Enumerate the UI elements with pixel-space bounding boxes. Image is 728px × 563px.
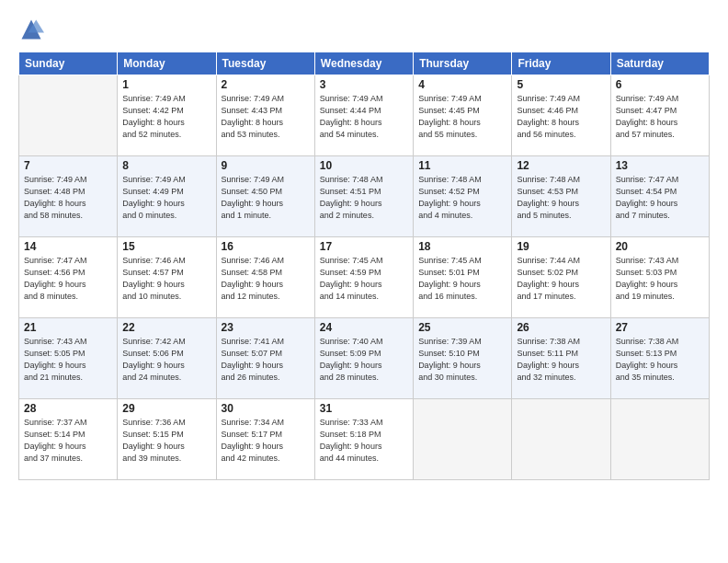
day-number: 12	[517, 159, 605, 172]
calendar: SundayMondayTuesdayWednesdayThursdayFrid…	[18, 52, 710, 480]
day-cell: 14Sunrise: 7:47 AM Sunset: 4:56 PM Dayli…	[19, 237, 118, 318]
day-cell: 1Sunrise: 7:49 AM Sunset: 4:42 PM Daylig…	[118, 75, 216, 156]
day-number: 3	[320, 78, 408, 91]
day-cell: 13Sunrise: 7:47 AM Sunset: 4:54 PM Dayli…	[610, 156, 709, 237]
day-cell: 15Sunrise: 7:46 AM Sunset: 4:57 PM Dayli…	[118, 237, 216, 318]
day-cell: 19Sunrise: 7:44 AM Sunset: 5:02 PM Dayli…	[512, 237, 610, 318]
day-number: 26	[517, 321, 605, 334]
day-info: Sunrise: 7:49 AM Sunset: 4:42 PM Dayligh…	[122, 93, 210, 141]
day-cell: 10Sunrise: 7:48 AM Sunset: 4:51 PM Dayli…	[314, 156, 413, 237]
day-number: 15	[122, 240, 210, 253]
day-cell: 5Sunrise: 7:49 AM Sunset: 4:46 PM Daylig…	[512, 75, 610, 156]
day-info: Sunrise: 7:47 AM Sunset: 4:54 PM Dayligh…	[616, 174, 704, 222]
day-header-friday: Friday	[512, 52, 610, 75]
day-header-monday: Monday	[118, 52, 216, 75]
day-header-tuesday: Tuesday	[216, 52, 314, 75]
day-info: Sunrise: 7:49 AM Sunset: 4:49 PM Dayligh…	[122, 174, 210, 222]
day-info: Sunrise: 7:36 AM Sunset: 5:15 PM Dayligh…	[122, 417, 210, 465]
day-cell: 8Sunrise: 7:49 AM Sunset: 4:49 PM Daylig…	[118, 156, 216, 237]
day-info: Sunrise: 7:45 AM Sunset: 5:01 PM Dayligh…	[418, 255, 506, 303]
day-cell: 4Sunrise: 7:49 AM Sunset: 4:45 PM Daylig…	[414, 75, 512, 156]
day-cell	[19, 75, 118, 156]
week-row-4: 21Sunrise: 7:43 AM Sunset: 5:05 PM Dayli…	[19, 318, 710, 399]
day-cell: 24Sunrise: 7:40 AM Sunset: 5:09 PM Dayli…	[314, 318, 413, 399]
day-number: 5	[517, 78, 605, 91]
day-number: 17	[320, 240, 408, 253]
day-header-wednesday: Wednesday	[314, 52, 413, 75]
day-number: 21	[24, 321, 112, 334]
day-cell: 30Sunrise: 7:34 AM Sunset: 5:17 PM Dayli…	[216, 399, 314, 480]
week-row-3: 14Sunrise: 7:47 AM Sunset: 4:56 PM Dayli…	[19, 237, 710, 318]
day-info: Sunrise: 7:43 AM Sunset: 5:05 PM Dayligh…	[24, 336, 112, 384]
days-of-week-row: SundayMondayTuesdayWednesdayThursdayFrid…	[19, 52, 710, 75]
day-info: Sunrise: 7:48 AM Sunset: 4:53 PM Dayligh…	[517, 174, 605, 222]
page: SundayMondayTuesdayWednesdayThursdayFrid…	[0, 0, 728, 563]
day-number: 1	[122, 78, 210, 91]
day-number: 19	[517, 240, 605, 253]
day-number: 2	[222, 78, 310, 91]
day-cell: 26Sunrise: 7:38 AM Sunset: 5:11 PM Dayli…	[512, 318, 610, 399]
general-blue-logo-icon	[18, 17, 44, 42]
day-number: 23	[222, 321, 310, 334]
day-cell	[512, 399, 610, 480]
day-cell: 18Sunrise: 7:45 AM Sunset: 5:01 PM Dayli…	[414, 237, 512, 318]
day-cell	[414, 399, 512, 480]
day-info: Sunrise: 7:49 AM Sunset: 4:48 PM Dayligh…	[24, 174, 112, 222]
day-cell: 3Sunrise: 7:49 AM Sunset: 4:44 PM Daylig…	[314, 75, 413, 156]
day-info: Sunrise: 7:41 AM Sunset: 5:07 PM Dayligh…	[222, 336, 310, 384]
day-info: Sunrise: 7:48 AM Sunset: 4:51 PM Dayligh…	[320, 174, 408, 222]
day-number: 13	[616, 159, 704, 172]
week-row-2: 7Sunrise: 7:49 AM Sunset: 4:48 PM Daylig…	[19, 156, 710, 237]
day-number: 25	[418, 321, 506, 334]
day-info: Sunrise: 7:42 AM Sunset: 5:06 PM Dayligh…	[122, 336, 210, 384]
day-header-sunday: Sunday	[19, 52, 118, 75]
day-info: Sunrise: 7:49 AM Sunset: 4:46 PM Dayligh…	[517, 93, 605, 141]
day-cell: 12Sunrise: 7:48 AM Sunset: 4:53 PM Dayli…	[512, 156, 610, 237]
day-number: 9	[222, 159, 310, 172]
day-number: 18	[418, 240, 506, 253]
day-number: 10	[320, 159, 408, 172]
day-header-thursday: Thursday	[414, 52, 512, 75]
day-cell: 28Sunrise: 7:37 AM Sunset: 5:14 PM Dayli…	[19, 399, 118, 480]
day-info: Sunrise: 7:38 AM Sunset: 5:11 PM Dayligh…	[517, 336, 605, 384]
day-info: Sunrise: 7:49 AM Sunset: 4:43 PM Dayligh…	[222, 93, 310, 141]
day-info: Sunrise: 7:37 AM Sunset: 5:14 PM Dayligh…	[24, 417, 112, 465]
day-number: 27	[616, 321, 704, 334]
day-cell: 22Sunrise: 7:42 AM Sunset: 5:06 PM Dayli…	[118, 318, 216, 399]
day-info: Sunrise: 7:46 AM Sunset: 4:58 PM Dayligh…	[222, 255, 310, 303]
day-info: Sunrise: 7:48 AM Sunset: 4:52 PM Dayligh…	[418, 174, 506, 222]
calendar-header: SundayMondayTuesdayWednesdayThursdayFrid…	[19, 52, 710, 75]
day-cell: 17Sunrise: 7:45 AM Sunset: 4:59 PM Dayli…	[314, 237, 413, 318]
header	[18, 17, 710, 42]
day-number: 11	[418, 159, 506, 172]
week-row-5: 28Sunrise: 7:37 AM Sunset: 5:14 PM Dayli…	[19, 399, 710, 480]
day-cell: 11Sunrise: 7:48 AM Sunset: 4:52 PM Dayli…	[414, 156, 512, 237]
day-info: Sunrise: 7:44 AM Sunset: 5:02 PM Dayligh…	[517, 255, 605, 303]
day-number: 31	[320, 402, 408, 415]
day-info: Sunrise: 7:46 AM Sunset: 4:57 PM Dayligh…	[122, 255, 210, 303]
day-number: 30	[222, 402, 310, 415]
calendar-body: 1Sunrise: 7:49 AM Sunset: 4:42 PM Daylig…	[19, 75, 710, 480]
logo	[18, 17, 48, 42]
day-info: Sunrise: 7:38 AM Sunset: 5:13 PM Dayligh…	[616, 336, 704, 384]
day-cell: 6Sunrise: 7:49 AM Sunset: 4:47 PM Daylig…	[610, 75, 709, 156]
day-cell: 20Sunrise: 7:43 AM Sunset: 5:03 PM Dayli…	[610, 237, 709, 318]
day-info: Sunrise: 7:34 AM Sunset: 5:17 PM Dayligh…	[222, 417, 310, 465]
day-number: 16	[222, 240, 310, 253]
day-info: Sunrise: 7:39 AM Sunset: 5:10 PM Dayligh…	[418, 336, 506, 384]
day-number: 8	[122, 159, 210, 172]
day-info: Sunrise: 7:33 AM Sunset: 5:18 PM Dayligh…	[320, 417, 408, 465]
week-row-1: 1Sunrise: 7:49 AM Sunset: 4:42 PM Daylig…	[19, 75, 710, 156]
day-number: 28	[24, 402, 112, 415]
day-number: 4	[418, 78, 506, 91]
day-info: Sunrise: 7:49 AM Sunset: 4:45 PM Dayligh…	[418, 93, 506, 141]
day-cell: 21Sunrise: 7:43 AM Sunset: 5:05 PM Dayli…	[19, 318, 118, 399]
day-number: 14	[24, 240, 112, 253]
day-cell: 25Sunrise: 7:39 AM Sunset: 5:10 PM Dayli…	[414, 318, 512, 399]
day-cell: 7Sunrise: 7:49 AM Sunset: 4:48 PM Daylig…	[19, 156, 118, 237]
day-cell: 9Sunrise: 7:49 AM Sunset: 4:50 PM Daylig…	[216, 156, 314, 237]
day-number: 29	[122, 402, 210, 415]
day-info: Sunrise: 7:49 AM Sunset: 4:50 PM Dayligh…	[222, 174, 310, 222]
day-cell: 29Sunrise: 7:36 AM Sunset: 5:15 PM Dayli…	[118, 399, 216, 480]
day-number: 20	[616, 240, 704, 253]
